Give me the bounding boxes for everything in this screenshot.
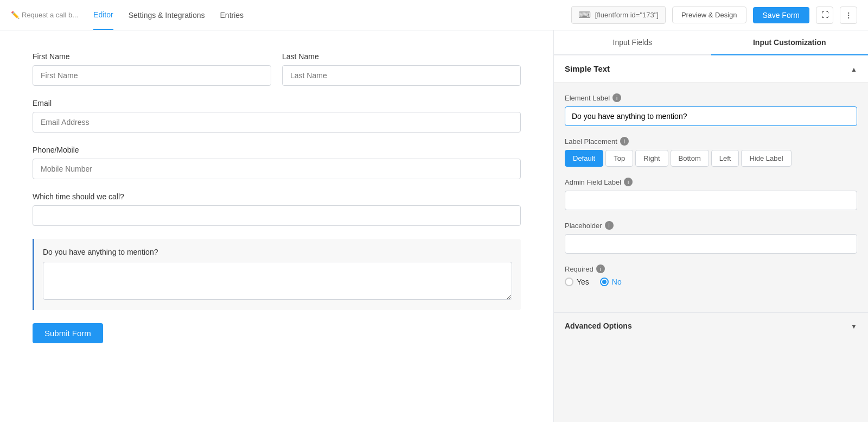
placement-left[interactable]: Left [711,150,739,167]
placeholder-title: Placeholder i [565,221,857,230]
right-panel: Input Fields Input Customization Simple … [553,30,868,422]
placement-top[interactable]: Top [605,150,633,167]
element-label-group: Element Label i [565,93,857,126]
form-area: First Name Last Name Email Phone/Mobile … [0,30,553,422]
admin-label-info-icon[interactable]: i [624,178,633,186]
shortcode-icon: ⌨ [578,10,591,20]
preview-button[interactable]: Preview & Design [672,7,746,23]
first-name-label: First Name [33,52,271,61]
advanced-options-chevron [851,322,857,330]
required-group: Required i Yes No [565,264,857,286]
element-label-info-icon[interactable]: i [612,93,621,102]
first-name-input[interactable] [33,65,271,86]
last-name-label: Last Name [282,52,521,61]
mention-field: Do you have anything to mention? [33,239,521,310]
placement-buttons: Default Top Right Bottom Left Hide Label [565,150,857,167]
phone-label: Phone/Mobile [33,146,521,154]
simple-text-body: Element Label i Label Placement i Defaul… [554,83,868,308]
phone-field: Phone/Mobile [33,146,521,179]
simple-text-title: Simple Text [565,64,610,73]
email-field: Email [33,99,521,133]
main-layout: First Name Last Name Email Phone/Mobile … [0,30,868,422]
top-nav: ✏️ Request a call b... Editor Settings &… [0,0,868,30]
mention-textarea[interactable] [43,262,512,300]
simple-text-header[interactable]: Simple Text [554,55,868,83]
required-radio-group: Yes No [565,278,857,286]
advanced-options-section[interactable]: Advanced Options [554,312,868,339]
admin-field-label-input[interactable] [565,191,857,210]
tab-settings[interactable]: Settings & Integrations [129,1,205,29]
email-input[interactable] [33,112,521,133]
placement-hide-label[interactable]: Hide Label [741,150,791,167]
tab-input-customization[interactable]: Input Customization [711,30,869,55]
call-time-label: Which time should we call? [33,192,521,201]
label-placement-title: Label Placement i [565,137,857,146]
required-title: Required i [565,264,857,273]
panel-tabs: Input Fields Input Customization [554,30,868,55]
element-label-title: Element Label i [565,93,857,102]
label-placement-info-icon[interactable]: i [620,137,629,146]
required-yes-option[interactable]: Yes [565,278,589,286]
simple-text-section: Simple Text Element Label i Label Placem… [554,55,868,308]
mention-label: Do you have anything to mention? [43,248,512,256]
required-no-radio[interactable] [600,278,609,286]
placement-right[interactable]: Right [635,150,668,167]
required-yes-radio[interactable] [565,278,573,286]
advanced-options-label: Advanced Options [565,322,632,330]
last-name-input[interactable] [282,65,521,86]
pencil-icon: ✏️ [11,11,20,19]
tab-editor[interactable]: Editor [93,1,113,30]
placeholder-input[interactable] [565,234,857,254]
email-label: Email [33,99,521,108]
first-name-field: First Name [33,52,271,86]
required-info-icon[interactable]: i [596,264,605,273]
collapse-icon [851,64,857,73]
more-icon: ⋮ [845,11,852,19]
placement-bottom[interactable]: Bottom [671,150,709,167]
fullscreen-button[interactable]: ⛶ [816,7,833,24]
submit-button[interactable]: Submit Form [33,323,103,343]
phone-input[interactable] [33,159,521,179]
tab-entries[interactable]: Entries [220,1,244,29]
required-no-option[interactable]: No [600,278,622,286]
more-options-button[interactable]: ⋮ [840,7,857,24]
placement-default[interactable]: Default [565,150,603,167]
shortcode-value: [fluentform id="173"] [595,11,659,19]
breadcrumb[interactable]: ✏️ Request a call b... [11,11,78,19]
save-button[interactable]: Save Form [753,7,809,23]
shortcode-box[interactable]: ⌨ [fluentform id="173"] [571,6,666,24]
label-placement-group: Label Placement i Default Top Right Bott… [565,137,857,167]
last-name-field: Last Name [282,52,521,86]
nav-right: ⌨ [fluentform id="173"] Preview & Design… [571,6,857,24]
element-label-input[interactable] [565,106,857,126]
call-time-field: Which time should we call? [33,192,521,226]
nav-left: ✏️ Request a call b... Editor Settings &… [11,1,244,30]
name-row: First Name Last Name [33,52,521,86]
placeholder-info-icon[interactable]: i [605,221,614,230]
tab-input-fields[interactable]: Input Fields [554,30,711,55]
call-time-input[interactable] [33,205,521,226]
fullscreen-icon: ⛶ [821,11,828,19]
admin-field-label-title: Admin Field Label i [565,178,857,186]
admin-field-label-group: Admin Field Label i [565,178,857,210]
placeholder-group: Placeholder i [565,221,857,254]
